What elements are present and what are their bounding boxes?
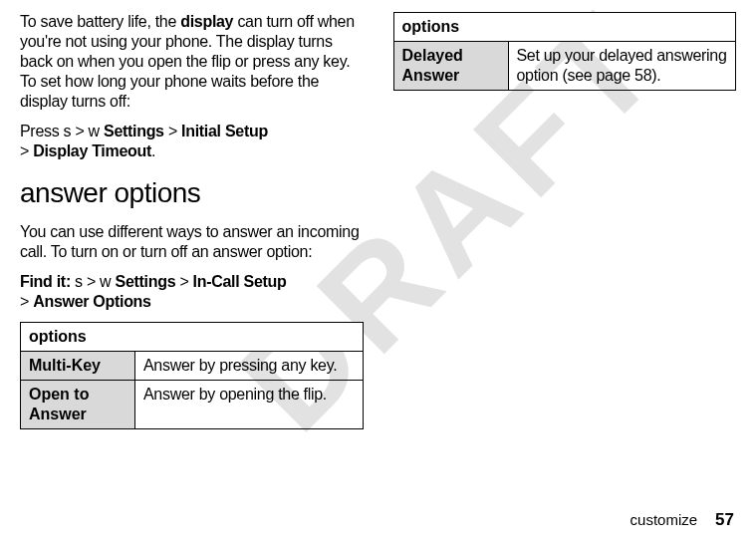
- text-span: >: [20, 142, 33, 159]
- answer-options-label: Answer Options: [33, 293, 150, 310]
- table-row: Open to Answer Answer by opening the fli…: [21, 381, 364, 429]
- find-it-line: Find it: s > w Settings > In-Call Setup …: [20, 272, 364, 312]
- display-timeout-label: Display Timeout: [33, 142, 151, 159]
- find-it-label: Find it:: [20, 273, 75, 290]
- text-span: .: [151, 142, 155, 159]
- center-key-icon: s: [75, 273, 83, 290]
- options-table-left: options Multi-Key Answer by pressing any…: [20, 322, 364, 429]
- answer-options-heading: answer options: [20, 175, 364, 210]
- text-span: Press: [20, 123, 64, 139]
- option-name-multikey: Multi-Key: [21, 352, 135, 381]
- settings-icon: w: [100, 273, 111, 290]
- text-span: >: [71, 123, 88, 139]
- display-bold: display: [180, 13, 233, 30]
- settings-label: Settings: [100, 123, 164, 139]
- right-column: options Delayed Answer Set up your delay…: [393, 12, 737, 429]
- press-line: Press s > w Settings > Initial Setup > D…: [20, 122, 364, 161]
- options-table-right: options Delayed Answer Set up your delay…: [393, 12, 737, 91]
- left-column: To save battery life, the display can tu…: [20, 12, 364, 429]
- option-name-open: Open to Answer: [21, 381, 135, 429]
- option-desc: Answer by opening the flip.: [135, 381, 364, 429]
- table-row: Delayed Answer Set up your delayed answe…: [393, 42, 736, 91]
- text-span: >: [164, 123, 181, 139]
- text-span: >: [20, 293, 33, 310]
- settings-icon: w: [89, 123, 100, 139]
- incall-setup-label: In-Call Setup: [193, 273, 287, 290]
- footer-section-label: customize: [630, 511, 698, 528]
- page-number: 57: [715, 510, 734, 529]
- option-desc: Set up your delayed answering option (se…: [508, 42, 736, 91]
- options-header: options: [393, 13, 736, 42]
- options-header: options: [21, 323, 364, 352]
- text-span: >: [175, 273, 192, 290]
- page-footer: customize57: [630, 510, 734, 530]
- page-content: To save battery life, the display can tu…: [0, 0, 756, 429]
- option-name-delayed: Delayed Answer: [393, 42, 508, 91]
- option-desc: Answer by pressing any key.: [135, 352, 364, 381]
- text-span: To save battery life, the: [20, 13, 180, 30]
- text-span: >: [83, 273, 100, 290]
- display-paragraph: To save battery life, the display can tu…: [20, 12, 364, 112]
- settings-label: Settings: [111, 273, 175, 290]
- answer-paragraph: You can use different ways to answer an …: [20, 222, 364, 262]
- table-row: Multi-Key Answer by pressing any key.: [21, 352, 364, 381]
- initial-setup-label: Initial Setup: [181, 123, 268, 139]
